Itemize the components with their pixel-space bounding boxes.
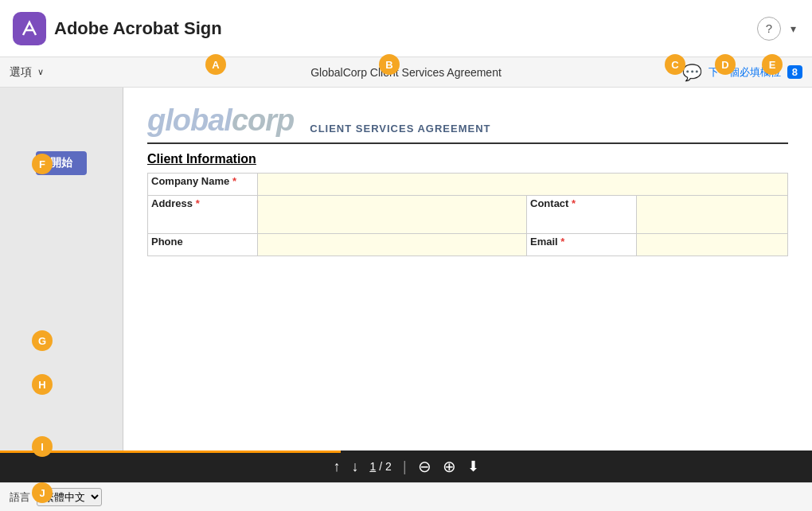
contact-required-star: * [572,197,576,209]
callout-h: H [32,374,53,395]
client-info-heading: Client Information [147,152,788,166]
app-title: Adobe Acrobat Sign [54,18,222,39]
company-name-row: Company Name * [148,174,788,196]
company-name-required-star: * [232,175,236,187]
document-title: GlobalCorp Client Services Agreement [310,66,502,79]
callout-j: J [32,482,53,503]
email-input[interactable] [636,234,787,256]
page-separator: / [379,460,382,473]
download-button[interactable]: ⬇ [467,458,479,475]
callout-i: I [32,436,53,457]
language-bar: 語言 繁體中文 English 日本語 한국어 [0,482,812,511]
phone-email-row: Phone Email * [148,234,788,256]
toolbar-divider: | [403,458,407,475]
contact-label: Contact * [527,196,637,234]
zoom-out-button[interactable]: ⊖ [418,457,431,476]
client-info-form: Company Name * Address * Contact * [147,173,788,256]
zoom-in-button[interactable]: ⊕ [443,457,456,476]
agreement-heading: CLIENT SERVICES AGREEMENT [310,123,490,138]
callout-b: B [379,54,400,75]
phone-label: Phone [148,234,258,256]
language-label: 語言 [10,490,30,505]
total-pages: 2 [385,460,392,473]
company-name-input[interactable] [257,174,787,196]
address-label: Address * [148,196,258,234]
options-label: 選項 [10,65,32,80]
options-chevron-icon: ∨ [37,67,44,77]
callout-c: C [665,54,685,75]
options-button[interactable]: 選項 ∨ [10,65,44,80]
app-header: Adobe Acrobat Sign ? ▾ [0,0,812,57]
address-required-star: * [196,197,200,209]
email-label: Email * [527,234,637,256]
scroll-down-button[interactable]: ↓ [351,458,358,475]
required-fields-badge: 8 [787,65,802,79]
logo-light-text: corp [232,103,294,137]
callout-e: E [762,54,783,75]
help-button[interactable]: ? [757,17,781,41]
document-view: globalcorp CLIENT SERVICES AGREEMENT Cli… [123,88,812,451]
document-content-area: 開始 globalcorp CLIENT SERVICES AGREEMENT … [0,88,812,451]
page-indicator: 1 / 2 [369,460,391,473]
address-contact-row: Address * Contact * [148,196,788,234]
contact-input[interactable] [636,196,787,234]
document-toolbar: 選項 ∨ GlobalCorp Client Services Agreemen… [0,57,812,88]
current-page[interactable]: 1 [369,460,376,473]
bottom-toolbar: ↑ ↓ 1 / 2 | ⊖ ⊕ ⬇ [0,451,812,482]
sidebar: 開始 [0,88,123,451]
header-dropdown-button[interactable]: ▾ [787,21,799,37]
callout-a: A [205,54,226,75]
logo-area: Adobe Acrobat Sign [13,12,222,45]
document-logo-section: globalcorp CLIENT SERVICES AGREEMENT [147,103,788,144]
email-required-star: * [560,236,564,248]
callout-g: G [32,330,53,351]
phone-input[interactable] [257,234,527,256]
header-icons: ? ▾ [757,17,799,41]
acrobat-logo-icon [13,12,46,45]
callout-d: D [715,54,736,75]
address-input[interactable] [257,196,527,234]
logo-dark-text: global [147,103,232,137]
globalcorp-logo: globalcorp [147,103,294,138]
company-name-label: Company Name * [148,174,258,196]
app-wrapper: A B C D E F G H I J Adobe Acrobat Sign ?… [0,0,812,511]
callout-f: F [32,154,53,174]
toolbar-right-actions: 💬 下一個必填欄位 8 [682,63,802,82]
scroll-up-button[interactable]: ↑ [333,458,340,475]
